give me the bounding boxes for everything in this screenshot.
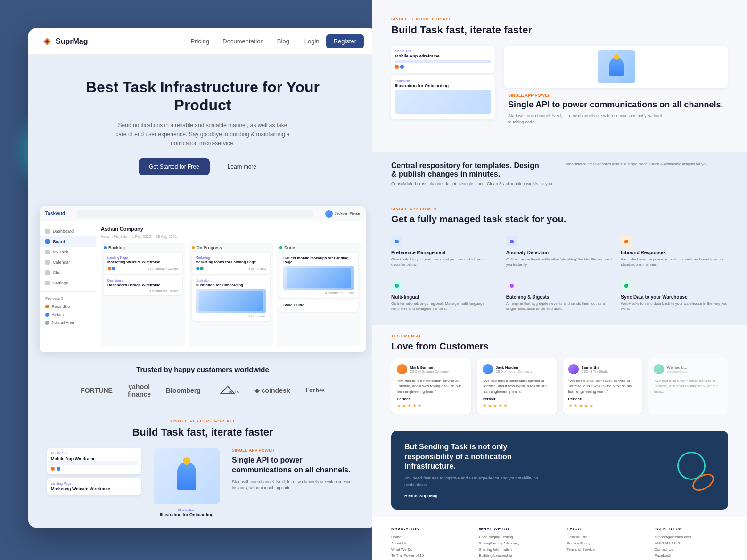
app-screenshot: Taskwud Jackson Pierce Dashboard Board bbox=[40, 206, 366, 352]
build-section: SINGLE FEATURE FOR ALL Build Task fast, … bbox=[28, 407, 377, 525]
project-dot-notstart bbox=[45, 321, 49, 325]
rp-left-col: Mobile App Mobile App Wireframe Illustra… bbox=[391, 46, 495, 126]
sidebar-calendar[interactable]: Calendar bbox=[40, 257, 96, 268]
tc-name-3: Samantha bbox=[582, 365, 608, 370]
feature-desc-multilingual: Go international, or go regional. Manage… bbox=[391, 301, 499, 311]
central-title: Central respository for templates. Desig… bbox=[391, 162, 542, 179]
mini-card-mobile: Mobile App Mobile App Wireframe bbox=[47, 448, 141, 474]
logo[interactable]: SuprMag bbox=[41, 36, 88, 47]
footer-link-power[interactable]: To The Power of 10 bbox=[391, 553, 465, 558]
project-rewarding[interactable]: Rewardino bbox=[40, 302, 96, 310]
single-api-title: Single API to power communications on al… bbox=[232, 455, 358, 475]
tc-role-2: CEO of Hogan Company bbox=[496, 370, 532, 373]
brand-forbes: Forbes bbox=[305, 387, 324, 394]
nav-blog[interactable]: Blog bbox=[277, 38, 289, 45]
kanban-columns: Backlog Landing Page Marketing Website W… bbox=[101, 243, 361, 346]
card-title-6: Style Guide bbox=[283, 303, 354, 307]
sidebar-settings[interactable]: Settings bbox=[40, 278, 96, 288]
feature-title-batching: Batching & Digests bbox=[506, 294, 614, 300]
tc-text-1: "We had built a notification service at … bbox=[397, 378, 466, 394]
warehouse-icon bbox=[621, 280, 632, 292]
card-footer-3: 4 comments · 9 files bbox=[283, 292, 354, 295]
rp-mini-card-illustration: Illustration Illustration for Onboarding bbox=[391, 75, 495, 119]
rp-single-api: SINGLE APP POWER Single API to power com… bbox=[504, 93, 728, 126]
tc-name-2: Jack Harden bbox=[496, 365, 532, 370]
managed-title: Get a fully managed task stack for you. bbox=[391, 214, 728, 225]
multilingual-icon bbox=[391, 280, 402, 292]
kanban-card-3[interactable]: Collect mobile mockups for Landing Page … bbox=[279, 253, 358, 298]
kanban-card-1[interactable]: Landing Page Marketing Website Wireframe… bbox=[104, 253, 182, 274]
footer-col-title-whatwedo: WHAT WE DO bbox=[479, 527, 552, 531]
card-tag-5: Dashboard bbox=[107, 279, 179, 282]
feature-title-inbound: Inbound Responses bbox=[621, 250, 728, 255]
footer-link-email[interactable]: support@version.com bbox=[655, 535, 728, 539]
login-button[interactable]: Login bbox=[304, 38, 320, 45]
testimonial-section: TESTIMONIAL Love from Customers Mark Gur… bbox=[372, 325, 747, 423]
preference-icon bbox=[391, 236, 402, 247]
tc-avatar-2 bbox=[483, 364, 493, 374]
footer-link-whatwedo[interactable]: What We Do bbox=[391, 547, 465, 552]
brand-fortune: FORTUNE bbox=[81, 387, 113, 394]
tc-stars-2: ★ ★ ★ ★ ★ bbox=[483, 403, 551, 408]
kanban-card-4[interactable]: Illustration Illustration for Onboarding… bbox=[192, 276, 271, 321]
feature-warehouse: Sync Data to your Warehouse WebHooks to … bbox=[621, 276, 728, 315]
logo-text: SuprMag bbox=[56, 37, 88, 46]
managed-tag: SINGLE APP POWER bbox=[391, 207, 728, 211]
card-title-5: Dashboard Design Wireframe bbox=[107, 283, 179, 287]
nav-pricing[interactable]: Pricing bbox=[191, 38, 210, 45]
tc-avatar-4 bbox=[654, 364, 664, 374]
footer-link-general[interactable]: General Info bbox=[567, 535, 640, 539]
build-center: Illustration Illustration for Onboarding bbox=[149, 448, 224, 517]
footer-col-contact: TALK TO US support@version.com +88 2349 … bbox=[655, 527, 728, 560]
project-dot-rewarding bbox=[45, 305, 49, 308]
kanban-card-5[interactable]: Dashboard Dashboard Design Wireframe 3 c… bbox=[104, 276, 182, 295]
cta-secondary-button[interactable]: Learn more bbox=[217, 158, 267, 175]
board-icon bbox=[45, 239, 50, 244]
footer-col-title-legal: LEGAL bbox=[567, 527, 640, 531]
nav-documentation[interactable]: Documentation bbox=[222, 38, 263, 45]
footer-link-privacy[interactable]: Privacy Policy bbox=[567, 541, 640, 545]
kanban-card-6[interactable]: Style Guide bbox=[279, 300, 358, 312]
register-button[interactable]: Register bbox=[326, 34, 364, 48]
tc-avatar-1 bbox=[397, 364, 407, 374]
footer-link-about[interactable]: About Us bbox=[391, 541, 465, 545]
card-footer-4: 2 comments bbox=[196, 315, 267, 318]
footer-link-facebook[interactable]: Facebook bbox=[655, 553, 728, 558]
feature-desc-batching: An engine that aggregates events and sen… bbox=[506, 301, 614, 311]
footer-link-home[interactable]: Home bbox=[391, 535, 465, 539]
tc-4: We had b... engineering... "We had built… bbox=[648, 358, 728, 414]
kanban-col-progress: On Progress Marketing Marketing Icons fo… bbox=[189, 243, 273, 346]
cta-primary-button[interactable]: Get Started for Free bbox=[139, 158, 210, 175]
hero-section: Best Task Infrastructure for Your Produc… bbox=[28, 55, 377, 206]
sidebar-dashboard[interactable]: Dashboard bbox=[40, 226, 96, 236]
build-left: Mobile App Mobile App Wireframe Landing … bbox=[47, 448, 141, 517]
rp-illus-top bbox=[504, 46, 728, 88]
footer-link-leadership[interactable]: Building Leadership bbox=[479, 553, 552, 558]
build-content: Mobile App Mobile App Wireframe Landing … bbox=[47, 448, 358, 517]
sidebar-mytask[interactable]: My Task bbox=[40, 247, 96, 257]
chat-icon bbox=[45, 270, 50, 275]
footer-link-contactus[interactable]: Contact Us bbox=[655, 547, 728, 552]
project-asdam[interactable]: Asdam bbox=[40, 310, 96, 318]
single-api-tag: SINGLE APP POWER bbox=[232, 448, 358, 453]
project-notstart[interactable]: Notstart Area bbox=[40, 318, 96, 326]
settings-icon bbox=[45, 281, 50, 285]
sidebar-chat[interactable]: Chat bbox=[40, 268, 96, 278]
build-title: Build Task fast, iterate faster bbox=[47, 426, 358, 438]
avatar-stack-1 bbox=[107, 266, 115, 271]
footer-link-terms[interactable]: Terms of Service bbox=[567, 547, 640, 552]
rp-mini-cards: Mobile App Mobile App Wireframe Illustra… bbox=[391, 46, 495, 119]
footer-link-phone[interactable]: +88 2349 7145 bbox=[655, 541, 728, 545]
footer-col-title-contact: TALK TO US bbox=[655, 527, 728, 531]
kanban-card-2[interactable]: Marketing Marketing Icons for Landing Pa… bbox=[192, 253, 271, 274]
testimonial-cards: Mark Gurman CEO of Gurman Company "We ha… bbox=[391, 358, 728, 414]
footer-link-sharing[interactable]: Sharing Information bbox=[479, 547, 552, 552]
sidebar-board[interactable]: Board bbox=[40, 236, 96, 247]
card-footer-5: 3 comments · 5 files bbox=[107, 289, 179, 292]
card-tag-4: Illustration bbox=[196, 279, 267, 282]
brand-coindesk: ◈ coindesk bbox=[254, 387, 290, 394]
trusted-section: Trusted by happy customers worldwide FOR… bbox=[28, 352, 377, 407]
footer-link-testing[interactable]: Encouraging Testing bbox=[479, 535, 552, 539]
footer-link-advocacy[interactable]: Strengthening Advocacy bbox=[479, 541, 552, 545]
footer-col-legal: LEGAL General Info Privacy Policy Terms … bbox=[567, 527, 640, 560]
